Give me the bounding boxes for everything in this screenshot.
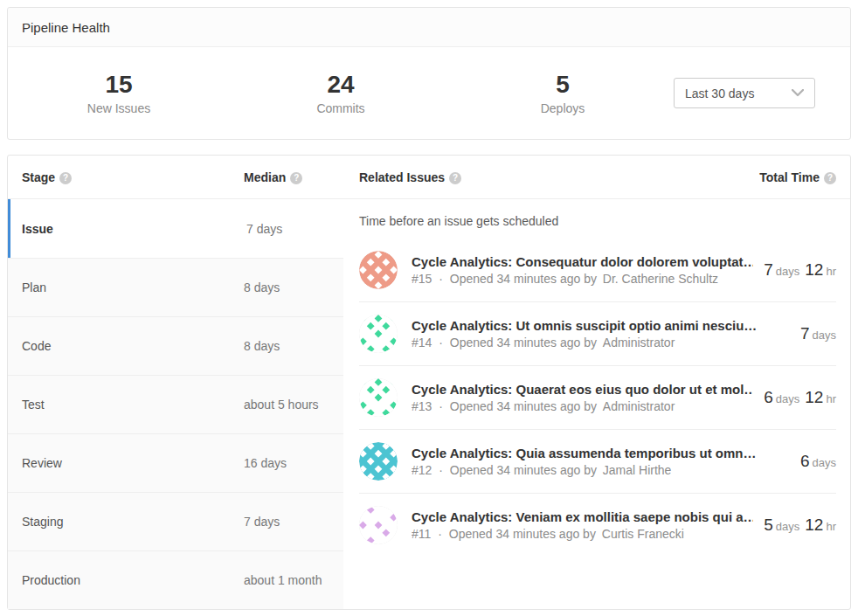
stat-value: 24 xyxy=(230,71,452,99)
issue-total-time: 7days12hr xyxy=(764,260,836,280)
pipeline-health-panel: Pipeline Health 15 New Issues 24 Commits… xyxy=(7,7,851,140)
stage-median: 7 days xyxy=(244,515,280,529)
stat-value: 15 xyxy=(8,71,230,99)
total-time-unit: days xyxy=(813,456,836,469)
stage-nav-item[interactable]: Test about 5 hours xyxy=(8,375,343,433)
issue-opened-text: Opened 34 minutes ago by xyxy=(450,399,597,413)
issue-meta: #15 · Opened 34 minutes ago by Dr. Cathe… xyxy=(412,272,753,286)
issue-author-avatar-icon xyxy=(359,442,398,481)
issue-row: Cycle Analytics: Ut omnis suscipit optio… xyxy=(359,302,836,366)
stage-table-panel: Stage? Median? Related Issues? Total Tim… xyxy=(7,155,851,610)
issue-author-avatar-icon xyxy=(359,378,398,417)
stage-description: Time before an issue gets scheduled xyxy=(359,214,836,228)
chevron-down-icon xyxy=(792,89,804,97)
total-time-value: 7 xyxy=(764,260,773,279)
issue-author-avatar-icon xyxy=(359,251,398,289)
issue-main: Cycle Analytics: Quia assumenda temporib… xyxy=(412,446,790,477)
stage-median: about 5 hours xyxy=(244,398,319,412)
meta-separator: · xyxy=(439,336,443,350)
issue-number-link[interactable]: #14 xyxy=(412,336,432,350)
total-time-value: 6 xyxy=(800,452,810,470)
issue-meta: #14 · Opened 34 minutes ago by Administr… xyxy=(412,336,790,350)
pipeline-health-header: Pipeline Health xyxy=(8,8,850,47)
issue-author-link[interactable]: Administrator xyxy=(603,399,675,413)
issue-meta: #11 · Opened 34 minutes ago by Curtis Fr… xyxy=(412,527,753,541)
issue-author-link[interactable]: Curtis Franecki xyxy=(602,527,684,541)
stage-table-body: Issue 7 days Plan 8 days Code 8 days Tes… xyxy=(8,199,850,609)
column-header-stage: Stage? xyxy=(8,170,244,184)
total-time-unit: days xyxy=(776,265,799,278)
stage-name: Production xyxy=(8,573,244,587)
stat-label: New Issues xyxy=(8,101,230,115)
issue-row: Cycle Analytics: Consequatur dolor dolor… xyxy=(359,239,836,302)
help-icon[interactable]: ? xyxy=(449,172,461,184)
total-time-value: 12 xyxy=(805,388,823,406)
issue-number-link[interactable]: #13 xyxy=(412,399,432,413)
total-time-value: 12 xyxy=(805,260,823,279)
total-time-unit: days xyxy=(813,329,836,342)
stat-label: Commits xyxy=(230,101,452,115)
related-issues-column: Time before an issue gets scheduled Cycl… xyxy=(343,199,850,609)
total-time-value: 5 xyxy=(764,516,773,534)
issue-opened-text: Opened 34 minutes ago by xyxy=(449,527,596,541)
issue-author-link[interactable]: Dr. Catherine Schultz xyxy=(603,272,718,286)
issue-opened-text: Opened 34 minutes ago by xyxy=(450,272,597,286)
issue-title-link[interactable]: Cycle Analytics: Veniam ex mollitia saep… xyxy=(412,509,753,524)
date-range-dropdown[interactable]: Last 30 days xyxy=(674,78,815,108)
issue-number-link[interactable]: #12 xyxy=(412,463,432,477)
total-time-unit: hr xyxy=(826,520,836,533)
stage-nav: Issue 7 days Plan 8 days Code 8 days Tes… xyxy=(8,199,343,609)
issue-total-time: 6days12hr xyxy=(764,388,836,407)
issue-title-link[interactable]: Cycle Analytics: Quaerat eos eius quo do… xyxy=(412,382,753,397)
stage-name: Test xyxy=(8,398,244,412)
help-icon[interactable]: ? xyxy=(59,172,72,184)
issue-main: Cycle Analytics: Quaerat eos eius quo do… xyxy=(412,382,753,413)
date-range-value: Last 30 days xyxy=(685,87,754,100)
issue-meta: #13 · Opened 34 minutes ago by Administr… xyxy=(412,399,753,413)
stage-nav-item[interactable]: Issue 7 days xyxy=(8,199,343,258)
issue-title-link[interactable]: Cycle Analytics: Quia assumenda temporib… xyxy=(412,446,790,460)
issue-number-link[interactable]: #11 xyxy=(412,527,431,541)
stage-name: Review xyxy=(8,456,244,470)
stage-nav-item[interactable]: Code 8 days xyxy=(8,316,343,375)
stage-median: 8 days xyxy=(244,280,280,294)
issue-total-time: 7days xyxy=(800,324,836,343)
issue-author-link[interactable]: Administrator xyxy=(603,336,675,350)
stage-nav-item[interactable]: Production about 1 month xyxy=(8,550,343,609)
stage-median: 8 days xyxy=(244,339,280,353)
summary-stats: 15 New Issues 24 Commits 5 Deploys xyxy=(8,71,674,114)
help-icon[interactable]: ? xyxy=(824,172,836,184)
issue-author-link[interactable]: Jamal Hirthe xyxy=(603,463,672,477)
help-icon[interactable]: ? xyxy=(290,172,302,184)
issue-row: Cycle Analytics: Quaerat eos eius quo do… xyxy=(359,366,836,430)
total-time-unit: days xyxy=(776,392,799,405)
stage-median: about 1 month xyxy=(244,573,322,587)
stage-nav-item[interactable]: Plan 8 days xyxy=(8,258,343,316)
issue-total-time: 5days12hr xyxy=(764,516,836,535)
summary-stat: 5 Deploys xyxy=(452,71,674,114)
stage-name: Plan xyxy=(8,280,244,294)
issue-author-avatar-icon xyxy=(359,315,398,353)
column-header-related-issues: Related Issues? xyxy=(343,170,461,184)
meta-separator: · xyxy=(439,272,443,286)
issue-total-time: 6days xyxy=(800,452,836,471)
column-header-median: Median? xyxy=(244,170,343,184)
stat-label: Deploys xyxy=(452,101,674,115)
issue-title-link[interactable]: Cycle Analytics: Ut omnis suscipit optio… xyxy=(412,318,790,333)
meta-separator: · xyxy=(439,399,443,413)
issue-number-link[interactable]: #15 xyxy=(412,272,432,286)
stage-name: Staging xyxy=(8,515,244,529)
issue-main: Cycle Analytics: Ut omnis suscipit optio… xyxy=(412,318,790,350)
stage-nav-item[interactable]: Staging 7 days xyxy=(8,492,343,550)
issue-main: Cycle Analytics: Veniam ex mollitia saep… xyxy=(412,509,753,541)
stage-nav-item[interactable]: Review 16 days xyxy=(8,433,343,492)
column-header-total-time: Total Time? xyxy=(759,170,850,184)
total-time-value: 12 xyxy=(805,516,823,534)
total-time-unit: hr xyxy=(826,265,836,278)
issue-title-link[interactable]: Cycle Analytics: Consequatur dolor dolor… xyxy=(412,254,753,269)
issue-main: Cycle Analytics: Consequatur dolor dolor… xyxy=(412,254,753,286)
issue-opened-text: Opened 34 minutes ago by xyxy=(450,463,597,477)
total-time-unit: days xyxy=(776,520,799,533)
cycle-analytics-page: Pipeline Health 15 New Issues 24 Commits… xyxy=(0,0,858,616)
total-time-unit: hr xyxy=(826,392,836,405)
